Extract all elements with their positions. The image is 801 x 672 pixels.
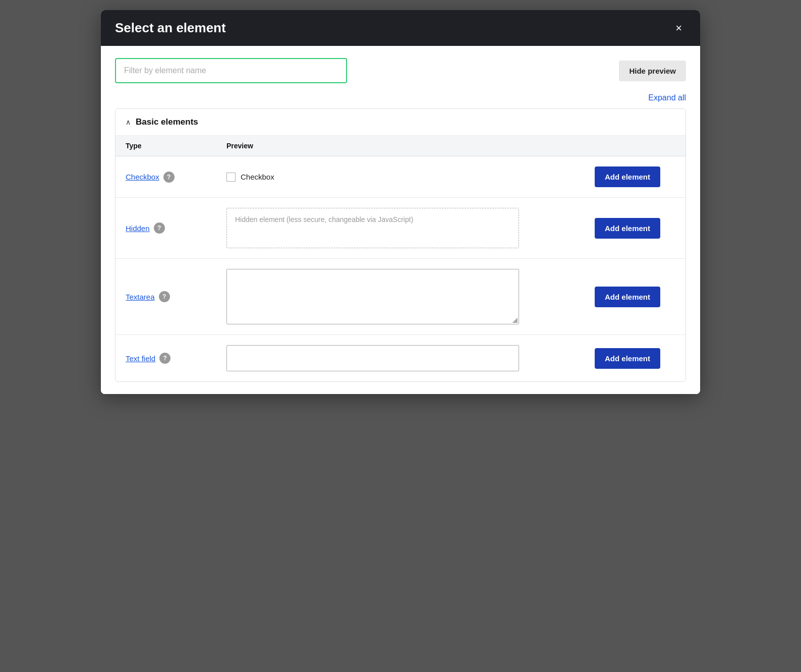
type-cell-textarea: Textarea ? (126, 291, 226, 302)
table-header: Type Preview (116, 136, 685, 156)
textfield-preview[interactable] (226, 345, 519, 371)
chevron-icon: ∧ (126, 118, 131, 126)
type-cell-checkbox: Checkbox ? (126, 172, 226, 183)
hidden-help-icon[interactable]: ? (154, 222, 165, 234)
modal-header: Select an element × (101, 10, 700, 46)
textarea-help-icon[interactable]: ? (159, 291, 170, 302)
textarea-preview-cell (226, 269, 595, 324)
checkbox-preview: Checkbox (226, 173, 595, 182)
top-controls: Hide preview (115, 58, 686, 83)
add-element-cell: Add element (595, 218, 675, 239)
textarea-preview[interactable] (226, 269, 519, 324)
close-button[interactable]: × (671, 21, 686, 36)
textarea-link[interactable]: Textarea (126, 293, 155, 301)
add-textarea-button[interactable]: Add element (595, 287, 660, 307)
checkbox-box (226, 173, 236, 182)
textfield-help-icon[interactable]: ? (159, 353, 170, 364)
checkbox-help-icon[interactable]: ? (163, 172, 175, 183)
add-hidden-button[interactable]: Add element (595, 218, 660, 239)
expand-all-row: Expand all (115, 91, 686, 104)
table-row: Text field ? Add element (116, 335, 685, 381)
type-cell-hidden: Hidden ? (126, 222, 226, 234)
basic-elements-section: ∧ Basic elements Type Preview Checkbox ? (115, 108, 686, 382)
table-row: Checkbox ? Checkbox Add element (116, 156, 685, 198)
section-title: Basic elements (136, 117, 198, 127)
filter-input[interactable] (115, 58, 347, 83)
hidden-preview: Hidden element (less secure, changeable … (226, 208, 519, 248)
add-textfield-button[interactable]: Add element (595, 348, 660, 369)
checkbox-link[interactable]: Checkbox (126, 173, 159, 181)
modal-title: Select an element (115, 20, 226, 36)
table-row: Hidden ? Hidden element (less secure, ch… (116, 198, 685, 259)
resize-icon (512, 318, 518, 323)
select-element-modal: Select an element × Hide preview Expand … (101, 10, 700, 394)
elements-table: Type Preview Checkbox ? Checkbox (116, 136, 685, 381)
col-type: Type (126, 142, 226, 150)
expand-all-button[interactable]: Expand all (648, 91, 686, 104)
textfield-preview-cell (226, 345, 595, 371)
col-action (595, 142, 675, 150)
add-element-cell: Add element (595, 166, 675, 187)
hide-preview-button[interactable]: Hide preview (619, 61, 686, 81)
hidden-link[interactable]: Hidden (126, 224, 150, 233)
add-checkbox-button[interactable]: Add element (595, 166, 660, 187)
add-element-cell: Add element (595, 348, 675, 369)
checkbox-preview-cell: Checkbox (226, 173, 595, 182)
col-preview: Preview (226, 142, 595, 150)
add-element-cell: Add element (595, 287, 675, 307)
modal-body: Hide preview Expand all ∧ Basic elements… (101, 46, 700, 394)
table-row: Textarea ? Add element (116, 259, 685, 335)
section-header[interactable]: ∧ Basic elements (116, 109, 685, 136)
hidden-preview-cell: Hidden element (less secure, changeable … (226, 208, 595, 248)
textfield-link[interactable]: Text field (126, 354, 155, 363)
type-cell-textfield: Text field ? (126, 353, 226, 364)
checkbox-preview-label: Checkbox (241, 173, 274, 181)
